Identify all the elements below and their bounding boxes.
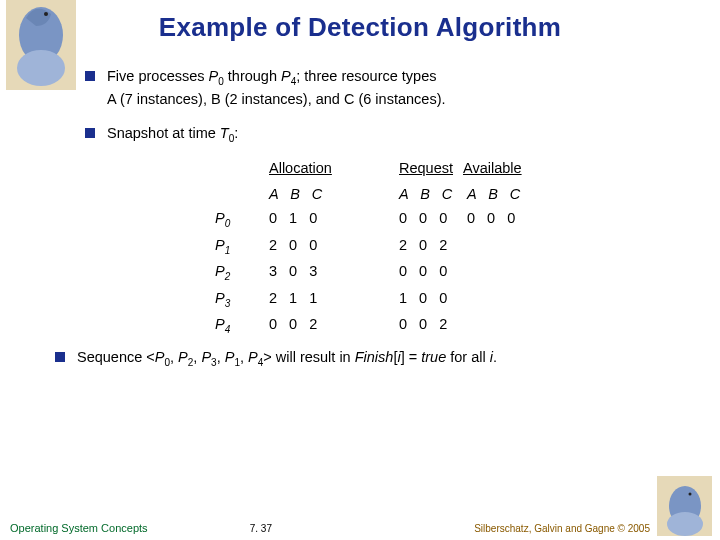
process-label: P4 <box>215 315 269 336</box>
footer-page: 7. 37 <box>250 523 272 534</box>
header-allocation: Allocation <box>269 159 357 179</box>
avail-cell <box>467 262 555 283</box>
process-label: P1 <box>215 236 269 257</box>
table-row: P00 1 00 0 00 0 0 <box>215 209 665 230</box>
var-p: P <box>281 68 291 84</box>
avail-cell <box>467 315 555 336</box>
text: for all <box>446 349 490 365</box>
svg-point-7 <box>689 493 692 496</box>
svg-point-2 <box>17 50 65 86</box>
table-headers: Allocation Request Available <box>215 159 665 179</box>
text: ; three resource types <box>296 68 436 84</box>
slide-title: Example of Detection Algorithm <box>0 12 720 43</box>
footer-left: Operating System Concepts <box>10 522 148 534</box>
table-row: P40 0 20 0 2 <box>215 315 665 336</box>
process-label: P0 <box>215 209 269 230</box>
process-label: P3 <box>215 289 269 310</box>
text: Sequence < <box>77 349 155 365</box>
avail-cell <box>467 236 555 257</box>
header-available: Available <box>463 159 533 179</box>
table-row: P32 1 11 0 0 <box>215 289 665 310</box>
text: Snapshot at time <box>107 125 220 141</box>
table-row: P12 0 02 0 2 <box>215 236 665 257</box>
text: Five processes <box>107 68 209 84</box>
text: : <box>234 125 238 141</box>
spacer <box>215 185 269 205</box>
alloc-cell: 0 0 2 <box>269 315 357 336</box>
bullet-2: Snapshot at time T0: <box>85 124 665 145</box>
abc-label: A B C <box>399 186 456 202</box>
header-request: Request <box>399 159 467 179</box>
var-p: P <box>209 68 219 84</box>
var-t: T <box>220 125 229 141</box>
svg-point-3 <box>44 12 48 16</box>
alloc-cell: 0 1 0 <box>269 209 357 230</box>
alloc-cell: 2 0 0 <box>269 236 357 257</box>
dino-illustration-top <box>6 0 76 90</box>
alloc-cell: 3 0 3 <box>269 262 357 283</box>
bullet-1-line2: A (7 instances), B (2 instances), and C … <box>85 90 665 110</box>
bullet-1: Five processes P0 through P4; three reso… <box>85 67 665 88</box>
abc-alloc: A B C <box>269 185 357 205</box>
text: . <box>493 349 497 365</box>
abc-label: A B C <box>467 186 524 202</box>
text: through <box>224 68 281 84</box>
slide-content: Five processes P0 through P4; three reso… <box>0 67 720 370</box>
var-true: true <box>421 349 446 365</box>
table-row: P23 0 30 0 0 <box>215 262 665 283</box>
footer-right: Silberschatz, Galvin and Gagne © 2005 <box>474 523 650 534</box>
sequence: P0, P2, P3, P1, P4 <box>155 349 263 365</box>
footer: Operating System Concepts 7. 37 Silbersc… <box>0 522 720 534</box>
process-label: P2 <box>215 262 269 283</box>
abc-header-row: A B C A B C A B C <box>215 185 665 205</box>
avail-cell <box>467 289 555 310</box>
text: ] = <box>401 349 422 365</box>
text: > will result in <box>263 349 354 365</box>
abc-avail: A B C <box>467 185 555 205</box>
var-finish: Finish <box>355 349 394 365</box>
alloc-cell: 2 1 1 <box>269 289 357 310</box>
abc-label: A B C <box>269 186 326 202</box>
snapshot-table: Allocation Request Available A B C A B C… <box>85 159 665 336</box>
bullet-3: Sequence <P0, P2, P3, P1, P4> will resul… <box>55 348 665 369</box>
avail-cell: 0 0 0 <box>467 209 555 230</box>
